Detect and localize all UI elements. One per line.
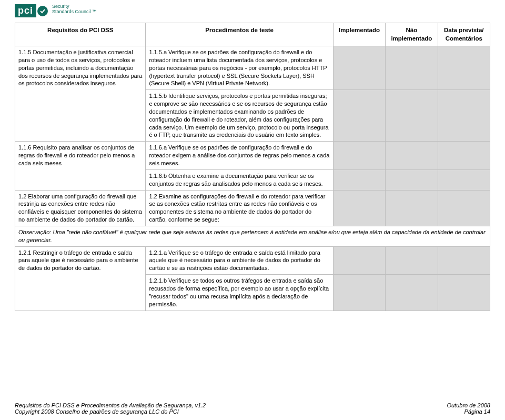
col-header-req: Requisitos do PCI DSS: [15, 23, 146, 46]
requirements-table: Requisitos do PCI DSS Procedimentos de t…: [15, 23, 490, 311]
date-cell: [438, 46, 490, 90]
impl-cell: [333, 90, 385, 142]
notimpl-cell: [386, 142, 438, 170]
proc-cell: 1.2.1.b Verifique se todos os outros trá…: [146, 275, 333, 311]
table-row: 1.2.1 Restringir o tráfego de entrada e …: [15, 246, 490, 275]
date-cell: [438, 190, 490, 226]
table-row-note: Observação: Uma "rede não confiável" é q…: [15, 226, 490, 246]
proc-cell: 1.2 Examine as configurações do firewall…: [146, 190, 333, 226]
notimpl-cell: [386, 90, 438, 142]
notimpl-cell: [386, 190, 438, 226]
impl-cell: [333, 275, 385, 311]
note-cell: Observação: Uma "rede não confiável" é q…: [15, 226, 490, 246]
footer-right: Outubro de 2008Página 14: [447, 402, 490, 415]
col-header-proc: Procedimentos de teste: [146, 23, 333, 46]
date-cell: [438, 169, 490, 190]
col-header-impl: Implementado: [333, 23, 385, 46]
footer-left: Requisitos do PCI DSS e Procedimentos de…: [15, 402, 206, 415]
notimpl-cell: [386, 169, 438, 190]
proc-cell: 1.1.5.a Verifique se os padrões de confi…: [146, 46, 333, 90]
notimpl-cell: [386, 46, 438, 90]
logo-badge: pci: [15, 4, 48, 17]
proc-cell: 1.1.6.a Verifique se os padrões de confi…: [146, 142, 333, 170]
table-row: 1.1.6 Requisito para analisar os conjunt…: [15, 142, 490, 170]
req-cell: 1.1.5 Documentação e justificativa comer…: [15, 46, 146, 142]
notimpl-cell: [386, 275, 438, 311]
req-cell: 1.1.6 Requisito para analisar os conjunt…: [15, 142, 146, 190]
col-header-notimpl: Não implementado: [386, 23, 438, 46]
logo: pci SecurityStandards Council ™: [15, 4, 490, 17]
proc-cell: 1.2.1.a Verifique se o tráfego de entrad…: [146, 246, 333, 275]
table-row: 1.2 Elaborar uma configuração do firewal…: [15, 190, 490, 226]
impl-cell: [333, 190, 385, 226]
logo-check-icon: [37, 6, 48, 16]
logo-subtitle: SecurityStandards Council ™: [52, 4, 96, 15]
date-cell: [438, 142, 490, 170]
impl-cell: [333, 169, 385, 190]
req-cell: 1.2.1 Restringir o tráfego de entrada e …: [15, 246, 146, 311]
logo-pci-text: pci: [15, 4, 36, 17]
col-header-date: Data prevista/ Comentários: [438, 23, 490, 46]
req-cell: 1.2 Elaborar uma configuração do firewal…: [15, 190, 146, 226]
proc-cell: 1.1.6.b Obtenha e examine a documentação…: [146, 169, 333, 190]
impl-cell: [333, 142, 385, 170]
table-row: 1.1.5 Documentação e justificativa comer…: [15, 46, 490, 90]
date-cell: [438, 246, 490, 275]
impl-cell: [333, 246, 385, 275]
date-cell: [438, 90, 490, 142]
notimpl-cell: [386, 246, 438, 275]
page-footer: Requisitos do PCI DSS e Procedimentos de…: [15, 402, 490, 415]
proc-cell: 1.1.5.b Identifique serviços, protocolos…: [146, 90, 333, 142]
date-cell: [438, 275, 490, 311]
impl-cell: [333, 46, 385, 90]
